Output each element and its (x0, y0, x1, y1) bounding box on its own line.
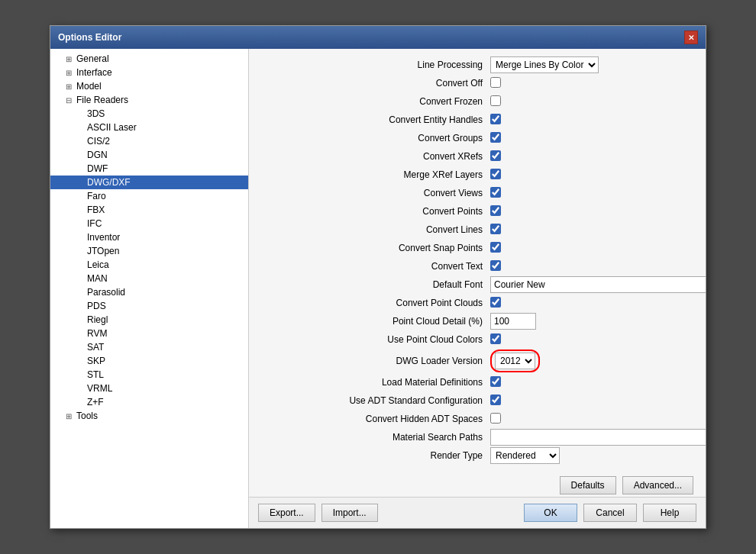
convert-hidden-adt-spaces-checkbox[interactable] (490, 413, 501, 424)
convert-groups-label: Convert Groups (261, 133, 490, 143)
sidebar-item-label: Faro (87, 191, 106, 201)
sidebar-item-interface[interactable]: ⊞ Interface (50, 66, 248, 79)
help-button[interactable]: Help (643, 504, 696, 522)
sidebar-item-label: PDS (87, 301, 106, 311)
sidebar-item-ifc[interactable]: IFC (50, 217, 248, 230)
use-adt-standard-config-checkbox[interactable] (490, 395, 501, 405)
sidebar-item-label: MAN (87, 273, 108, 284)
convert-views-control (490, 187, 693, 200)
sidebar-item-sat[interactable]: SAT (50, 340, 248, 354)
sidebar-item-label: RVM (87, 328, 107, 339)
advanced-button[interactable]: Advanced... (622, 476, 693, 494)
convert-points-checkbox[interactable] (490, 205, 501, 216)
sidebar-item-riegl[interactable]: Riegl (50, 313, 248, 327)
convert-entity-handles-checkbox[interactable] (490, 114, 501, 124)
render-type-row: Render Type Rendered Wireframe Hidden Li… (261, 447, 693, 464)
sidebar-item-label: Inventor (87, 232, 120, 243)
sidebar-tree: ⊞ General ⊞ Interface ⊞ Model ⊟ File Rea… (50, 49, 249, 528)
dwg-loader-version-highlight: 2012 2010 2007 2004 (490, 349, 540, 372)
default-font-input[interactable] (490, 276, 706, 293)
sidebar-item-label: Interface (76, 67, 112, 78)
defaults-button[interactable]: Defaults (560, 476, 616, 494)
use-point-cloud-colors-checkbox[interactable] (490, 333, 501, 344)
convert-lines-checkbox[interactable] (490, 224, 501, 234)
use-adt-standard-config-control (490, 395, 693, 407)
sidebar-item-vrml[interactable]: VRML (50, 382, 248, 395)
import-button[interactable]: Import... (321, 504, 378, 522)
convert-frozen-checkbox[interactable] (490, 95, 501, 106)
sidebar-item-ascii-laser[interactable]: ASCII Laser (50, 121, 248, 134)
convert-point-clouds-checkbox[interactable] (490, 297, 501, 308)
default-font-control (490, 276, 706, 293)
merge-xref-layers-checkbox[interactable] (490, 169, 501, 179)
sidebar-item-leica[interactable]: Leica (50, 258, 248, 272)
default-font-row: Default Font (261, 276, 693, 293)
sidebar-item-skp[interactable]: SKP (50, 354, 248, 368)
convert-off-control (490, 77, 693, 90)
sidebar-item-dwf[interactable]: DWF (50, 162, 248, 176)
sidebar-item-label: SKP (87, 356, 105, 366)
sidebar-item-stl[interactable]: STL (50, 368, 248, 382)
sidebar-item-dgn[interactable]: DGN (50, 148, 248, 162)
render-type-control: Rendered Wireframe Hidden Line (490, 447, 693, 464)
ok-button[interactable]: OK (524, 504, 577, 522)
cancel-button[interactable]: Cancel (583, 504, 637, 522)
close-button[interactable]: ✕ (684, 31, 698, 44)
material-search-paths-input[interactable] (490, 429, 706, 446)
material-search-paths-row: Material Search Paths (261, 429, 693, 446)
convert-frozen-control (490, 95, 693, 108)
convert-xrefs-checkbox[interactable] (490, 150, 501, 161)
convert-frozen-label: Convert Frozen (261, 96, 490, 107)
dwg-loader-version-row: DWG Loader Version 2012 2010 2007 2004 (261, 349, 693, 372)
sidebar-item-jtopen[interactable]: JTOpen (50, 244, 248, 258)
sidebar-item-cis2[interactable]: CIS/2 (50, 134, 248, 148)
line-processing-select[interactable]: Merge Lines By Color No Merge Merge All (490, 56, 599, 73)
point-cloud-detail-row: Point Cloud Detail (%) (261, 313, 693, 330)
sidebar-item-inventor[interactable]: Inventor (50, 230, 248, 244)
footer-right: OK Cancel Help (524, 504, 696, 522)
sidebar-item-label: DWG/DXF (87, 177, 131, 188)
convert-groups-row: Convert Groups (261, 130, 693, 147)
load-material-definitions-checkbox[interactable] (490, 376, 501, 387)
convert-off-checkbox[interactable] (490, 77, 501, 88)
convert-text-row: Convert Text (261, 258, 693, 275)
dwg-loader-version-select[interactable]: 2012 2010 2007 2004 (495, 353, 535, 369)
convert-hidden-adt-spaces-row: Convert Hidden ADT Spaces (261, 411, 693, 427)
load-material-definitions-row: Load Material Definitions (261, 374, 693, 391)
sidebar-item-label: Z+F (87, 397, 104, 407)
sidebar-item-fbx[interactable]: FBX (50, 203, 248, 217)
convert-xrefs-row: Convert XRefs (261, 148, 693, 165)
sidebar-item-faro[interactable]: Faro (50, 189, 248, 203)
sidebar-item-zf[interactable]: Z+F (50, 395, 248, 409)
material-search-paths-label: Material Search Paths (261, 432, 490, 443)
sidebar-item-general[interactable]: ⊞ General (50, 52, 248, 66)
export-button[interactable]: Export... (258, 504, 315, 522)
sidebar-item-parasolid[interactable]: Parasolid (50, 285, 248, 299)
sidebar-item-file-readers[interactable]: ⊟ File Readers (50, 93, 248, 107)
options-area: Line Processing Merge Lines By Color No … (249, 49, 706, 497)
sidebar-item-pds[interactable]: PDS (50, 299, 248, 313)
convert-xrefs-control (490, 150, 693, 163)
sidebar-item-tools[interactable]: ⊞ Tools (50, 409, 248, 423)
point-cloud-detail-input[interactable] (490, 313, 536, 330)
sidebar-item-3ds[interactable]: 3DS (50, 107, 248, 121)
point-cloud-detail-control (490, 313, 693, 330)
sidebar-item-man[interactable]: MAN (50, 272, 248, 285)
render-type-select[interactable]: Rendered Wireframe Hidden Line (490, 447, 560, 464)
convert-views-label: Convert Views (261, 188, 490, 198)
convert-entity-handles-row: Convert Entity Handles (261, 111, 693, 128)
sidebar-item-rvm[interactable]: RVM (50, 327, 248, 340)
sidebar-item-label: Tools (76, 411, 98, 421)
sidebar-item-dwg-dxf[interactable]: DWG/DXF (50, 176, 248, 189)
convert-text-checkbox[interactable] (490, 260, 501, 271)
sidebar-item-label: FBX (87, 205, 105, 215)
convert-groups-checkbox[interactable] (490, 132, 501, 143)
sidebar-item-model[interactable]: ⊞ Model (50, 79, 248, 93)
convert-frozen-row: Convert Frozen (261, 93, 693, 110)
convert-lines-control (490, 224, 693, 237)
convert-snap-points-checkbox[interactable] (490, 242, 501, 253)
convert-hidden-adt-spaces-control (490, 413, 693, 426)
sidebar-item-label: Model (76, 81, 102, 92)
convert-views-checkbox[interactable] (490, 187, 501, 198)
sidebar-item-label: File Readers (76, 95, 128, 105)
